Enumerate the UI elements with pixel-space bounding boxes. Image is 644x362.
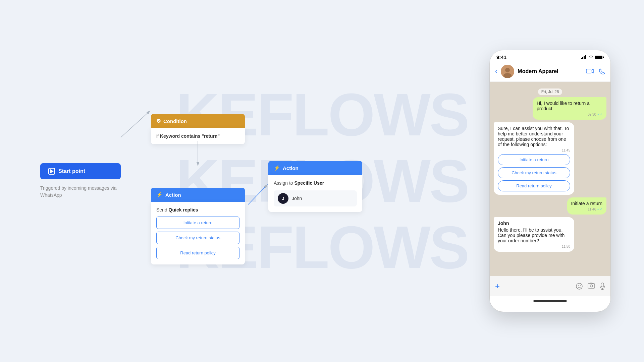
status-icons: [581, 55, 604, 59]
msg-time-2: 11:45: [498, 148, 570, 152]
flow-diagram: Start point Triggered by incoming messag…: [20, 13, 490, 349]
battery-icon: [595, 55, 604, 59]
msg-out-1: Hi, I would like to return a product. 09…: [494, 97, 606, 120]
camera-icon[interactable]: [588, 283, 595, 289]
msg-in-2: John Hello there, I'll be to assist you.…: [494, 217, 606, 252]
svg-point-16: [580, 285, 581, 286]
bubble-out-2: Initiate a return 11:46 ✓✓: [567, 197, 606, 215]
msg-time-4: 11:50: [498, 245, 570, 248]
svg-point-14: [576, 283, 582, 289]
start-point-button[interactable]: Start point: [40, 163, 121, 179]
chat-area: Fri, Jul 26 Hi, I would like to return a…: [490, 82, 610, 276]
contact-name: Modern Apparel: [518, 68, 583, 74]
sticker-icon[interactable]: [576, 283, 583, 290]
contact-avatar: [501, 65, 514, 78]
back-button[interactable]: ‹: [495, 67, 497, 76]
assign-label: Assign to Specific User: [274, 180, 357, 186]
tick-1: ✓✓: [597, 113, 602, 116]
svg-line-1: [121, 111, 150, 137]
action1-header: ⚡ Action: [151, 188, 245, 202]
svg-rect-17: [588, 284, 595, 288]
play-icon: [48, 168, 55, 175]
chat-input-area: +: [490, 276, 610, 296]
mic-icon[interactable]: [600, 283, 605, 290]
agent-name: John: [498, 221, 570, 226]
user-initial: J: [282, 196, 284, 201]
status-time: 9:41: [496, 54, 506, 60]
action-node-2: ⚡ Action Assign to Specific User J John: [268, 161, 362, 212]
signal-icon: [581, 55, 587, 59]
msg-out-2: Initiate a return 11:46 ✓✓: [494, 197, 606, 215]
action2-body: Assign to Specific User J John: [268, 175, 362, 212]
svg-rect-13: [586, 69, 591, 73]
svg-rect-9: [603, 56, 604, 58]
chat-header: ‹ Modern Apparel: [490, 62, 610, 82]
chat-option-3[interactable]: Read return policy: [498, 180, 570, 191]
start-description: Triggered by incoming messages via Whats…: [40, 185, 121, 199]
condition-icon: ⚙: [156, 118, 161, 124]
chat-option-1[interactable]: Initiate a return: [498, 154, 570, 165]
svg-line-3: [248, 184, 268, 204]
msg-in-1: Sure, I can assist you with that. To hel…: [494, 122, 606, 195]
send-type: Quick replies: [169, 207, 198, 213]
start-point-label: Start point: [58, 168, 85, 174]
reply-btn-3[interactable]: Read return policy: [156, 247, 239, 259]
home-bar: [533, 300, 567, 302]
send-label: Send Quick replies: [156, 207, 239, 213]
assign-prefix: Assign to: [274, 180, 293, 186]
condition-node: ⚙ Condition if Keyword contains "return": [151, 114, 245, 144]
user-name: John: [292, 196, 302, 201]
svg-rect-7: [585, 55, 586, 59]
tick-2: ✓✓: [597, 207, 602, 211]
action1-body: Send Quick replies Initiate a return Che…: [151, 202, 245, 264]
msg-time-3: 11:46 ✓✓: [571, 207, 602, 211]
call-icon[interactable]: [599, 68, 605, 74]
assign-type: Specific User: [294, 180, 324, 186]
svg-rect-5: [582, 57, 583, 59]
phone-mockup: 9:41: [490, 50, 610, 312]
send-prefix: Send: [156, 207, 167, 213]
chat-option-2[interactable]: Check my return status: [498, 167, 570, 178]
contact-info: Modern Apparel: [518, 68, 583, 74]
condition-keyword: Keyword contains "return": [160, 133, 220, 139]
plus-button[interactable]: +: [495, 282, 500, 291]
svg-point-11: [505, 68, 510, 72]
home-indicator: [490, 296, 610, 306]
date-text: Fri, Jul 26: [538, 88, 562, 95]
input-icons: [576, 283, 605, 290]
msg-text-4: Hello there, I'll be to assist you. Can …: [498, 227, 565, 243]
svg-rect-19: [601, 283, 604, 287]
bubble-in-2: John Hello there, I'll be to assist you.…: [494, 217, 574, 252]
svg-point-15: [578, 285, 579, 286]
action2-label: Action: [283, 165, 299, 171]
condition-if: if: [156, 133, 159, 139]
start-node: Start point Triggered by incoming messag…: [40, 163, 121, 199]
action2-header: ⚡ Action: [268, 161, 362, 175]
action2-icon: ⚡: [274, 165, 280, 171]
svg-point-18: [590, 285, 593, 287]
action1-icon: ⚡: [156, 192, 163, 198]
condition-label: Condition: [163, 118, 187, 124]
msg-text-1: Hi, I would like to return a product.: [537, 101, 590, 111]
reply-btn-1[interactable]: Initiate a return: [156, 217, 239, 229]
condition-expression: if Keyword contains "return": [156, 133, 239, 139]
msg-text-3: Initiate a return: [571, 201, 602, 206]
svg-rect-4: [581, 58, 582, 59]
msg-time-1: 09:30 ✓✓: [537, 113, 602, 116]
reply-btn-2[interactable]: Check my return status: [156, 232, 239, 244]
svg-rect-8: [595, 56, 602, 59]
header-actions: [586, 68, 605, 74]
status-bar: 9:41: [490, 50, 610, 62]
bubble-in-1: Sure, I can assist you with that. To hel…: [494, 122, 574, 195]
play-triangle: [50, 169, 54, 173]
svg-rect-6: [584, 56, 585, 59]
action-node-1: ⚡ Action Send Quick replies Initiate a r…: [151, 188, 245, 264]
bubble-out-1: Hi, I would like to return a product. 09…: [533, 97, 606, 120]
video-icon[interactable]: [586, 68, 594, 74]
action1-label: Action: [165, 192, 181, 198]
user-chip: J John: [274, 190, 357, 206]
condition-header: ⚙ Condition: [151, 114, 245, 128]
condition-body: if Keyword contains "return": [151, 128, 245, 144]
date-badge: Fri, Jul 26: [494, 88, 606, 95]
user-avatar: J: [278, 193, 288, 204]
